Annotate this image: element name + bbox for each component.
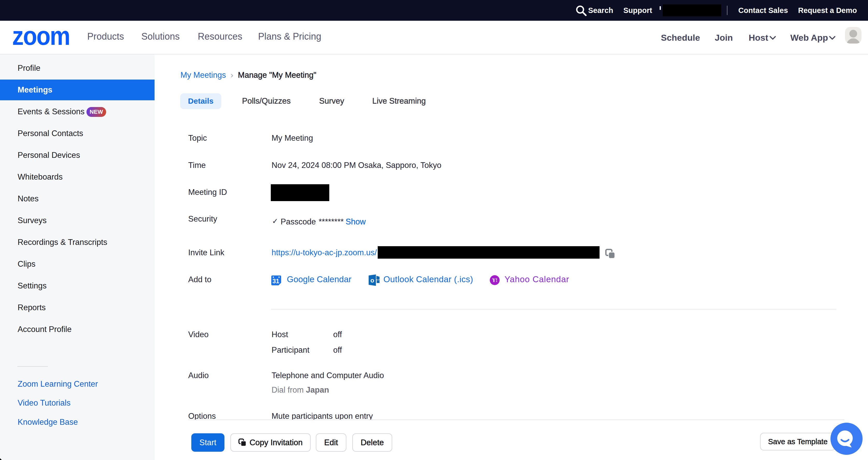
svg-text:31: 31 — [272, 278, 279, 285]
svg-text:o: o — [370, 277, 374, 284]
